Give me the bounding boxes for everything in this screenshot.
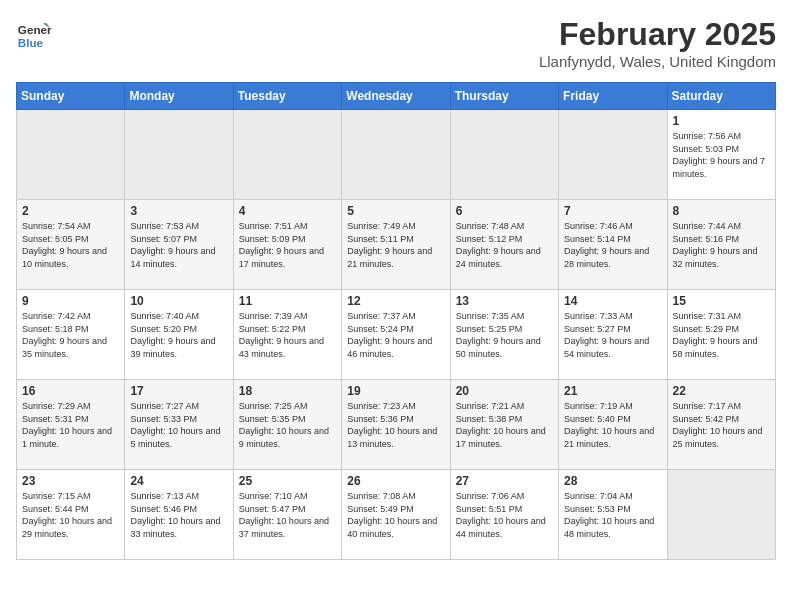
title-block: February 2025 Llanfynydd, Wales, United …	[539, 16, 776, 70]
day-number: 8	[673, 204, 770, 218]
day-number: 11	[239, 294, 336, 308]
day-number: 7	[564, 204, 661, 218]
weekday-header-row: SundayMondayTuesdayWednesdayThursdayFrid…	[17, 83, 776, 110]
cell-info-text: Sunrise: 7:54 AM Sunset: 5:05 PM Dayligh…	[22, 220, 119, 270]
calendar-table: SundayMondayTuesdayWednesdayThursdayFrid…	[16, 82, 776, 560]
calendar-cell: 11Sunrise: 7:39 AM Sunset: 5:22 PM Dayli…	[233, 290, 341, 380]
cell-info-text: Sunrise: 7:35 AM Sunset: 5:25 PM Dayligh…	[456, 310, 553, 360]
calendar-week-2: 2Sunrise: 7:54 AM Sunset: 5:05 PM Daylig…	[17, 200, 776, 290]
cell-info-text: Sunrise: 7:53 AM Sunset: 5:07 PM Dayligh…	[130, 220, 227, 270]
calendar-cell: 6Sunrise: 7:48 AM Sunset: 5:12 PM Daylig…	[450, 200, 558, 290]
calendar-cell	[667, 470, 775, 560]
day-number: 21	[564, 384, 661, 398]
day-number: 25	[239, 474, 336, 488]
calendar-cell: 20Sunrise: 7:21 AM Sunset: 5:38 PM Dayli…	[450, 380, 558, 470]
day-number: 16	[22, 384, 119, 398]
cell-info-text: Sunrise: 7:10 AM Sunset: 5:47 PM Dayligh…	[239, 490, 336, 540]
calendar-cell: 22Sunrise: 7:17 AM Sunset: 5:42 PM Dayli…	[667, 380, 775, 470]
cell-info-text: Sunrise: 7:33 AM Sunset: 5:27 PM Dayligh…	[564, 310, 661, 360]
calendar-cell: 10Sunrise: 7:40 AM Sunset: 5:20 PM Dayli…	[125, 290, 233, 380]
calendar-subtitle: Llanfynydd, Wales, United Kingdom	[539, 53, 776, 70]
calendar-cell: 27Sunrise: 7:06 AM Sunset: 5:51 PM Dayli…	[450, 470, 558, 560]
svg-text:Blue: Blue	[18, 36, 44, 49]
calendar-cell	[125, 110, 233, 200]
day-number: 27	[456, 474, 553, 488]
calendar-cell: 1Sunrise: 7:56 AM Sunset: 5:03 PM Daylig…	[667, 110, 775, 200]
cell-info-text: Sunrise: 7:49 AM Sunset: 5:11 PM Dayligh…	[347, 220, 444, 270]
weekday-header-monday: Monday	[125, 83, 233, 110]
cell-info-text: Sunrise: 7:31 AM Sunset: 5:29 PM Dayligh…	[673, 310, 770, 360]
day-number: 22	[673, 384, 770, 398]
day-number: 5	[347, 204, 444, 218]
calendar-cell: 17Sunrise: 7:27 AM Sunset: 5:33 PM Dayli…	[125, 380, 233, 470]
calendar-cell: 7Sunrise: 7:46 AM Sunset: 5:14 PM Daylig…	[559, 200, 667, 290]
cell-info-text: Sunrise: 7:15 AM Sunset: 5:44 PM Dayligh…	[22, 490, 119, 540]
calendar-cell: 23Sunrise: 7:15 AM Sunset: 5:44 PM Dayli…	[17, 470, 125, 560]
logo: General Blue	[16, 16, 52, 52]
cell-info-text: Sunrise: 7:29 AM Sunset: 5:31 PM Dayligh…	[22, 400, 119, 450]
day-number: 1	[673, 114, 770, 128]
calendar-cell	[559, 110, 667, 200]
calendar-cell: 16Sunrise: 7:29 AM Sunset: 5:31 PM Dayli…	[17, 380, 125, 470]
cell-info-text: Sunrise: 7:19 AM Sunset: 5:40 PM Dayligh…	[564, 400, 661, 450]
day-number: 3	[130, 204, 227, 218]
cell-info-text: Sunrise: 7:21 AM Sunset: 5:38 PM Dayligh…	[456, 400, 553, 450]
calendar-cell: 2Sunrise: 7:54 AM Sunset: 5:05 PM Daylig…	[17, 200, 125, 290]
calendar-cell: 18Sunrise: 7:25 AM Sunset: 5:35 PM Dayli…	[233, 380, 341, 470]
cell-info-text: Sunrise: 7:25 AM Sunset: 5:35 PM Dayligh…	[239, 400, 336, 450]
day-number: 12	[347, 294, 444, 308]
calendar-cell	[342, 110, 450, 200]
calendar-cell	[450, 110, 558, 200]
cell-info-text: Sunrise: 7:27 AM Sunset: 5:33 PM Dayligh…	[130, 400, 227, 450]
day-number: 18	[239, 384, 336, 398]
cell-info-text: Sunrise: 7:08 AM Sunset: 5:49 PM Dayligh…	[347, 490, 444, 540]
calendar-cell: 13Sunrise: 7:35 AM Sunset: 5:25 PM Dayli…	[450, 290, 558, 380]
calendar-cell: 21Sunrise: 7:19 AM Sunset: 5:40 PM Dayli…	[559, 380, 667, 470]
calendar-cell: 28Sunrise: 7:04 AM Sunset: 5:53 PM Dayli…	[559, 470, 667, 560]
calendar-cell: 26Sunrise: 7:08 AM Sunset: 5:49 PM Dayli…	[342, 470, 450, 560]
weekday-header-thursday: Thursday	[450, 83, 558, 110]
cell-info-text: Sunrise: 7:56 AM Sunset: 5:03 PM Dayligh…	[673, 130, 770, 180]
calendar-week-5: 23Sunrise: 7:15 AM Sunset: 5:44 PM Dayli…	[17, 470, 776, 560]
day-number: 26	[347, 474, 444, 488]
day-number: 13	[456, 294, 553, 308]
calendar-cell: 9Sunrise: 7:42 AM Sunset: 5:18 PM Daylig…	[17, 290, 125, 380]
calendar-week-3: 9Sunrise: 7:42 AM Sunset: 5:18 PM Daylig…	[17, 290, 776, 380]
day-number: 17	[130, 384, 227, 398]
weekday-header-saturday: Saturday	[667, 83, 775, 110]
day-number: 24	[130, 474, 227, 488]
weekday-header-wednesday: Wednesday	[342, 83, 450, 110]
day-number: 20	[456, 384, 553, 398]
cell-info-text: Sunrise: 7:13 AM Sunset: 5:46 PM Dayligh…	[130, 490, 227, 540]
calendar-cell: 14Sunrise: 7:33 AM Sunset: 5:27 PM Dayli…	[559, 290, 667, 380]
calendar-title: February 2025	[539, 16, 776, 53]
cell-info-text: Sunrise: 7:48 AM Sunset: 5:12 PM Dayligh…	[456, 220, 553, 270]
cell-info-text: Sunrise: 7:51 AM Sunset: 5:09 PM Dayligh…	[239, 220, 336, 270]
day-number: 4	[239, 204, 336, 218]
calendar-cell	[17, 110, 125, 200]
day-number: 15	[673, 294, 770, 308]
calendar-cell: 15Sunrise: 7:31 AM Sunset: 5:29 PM Dayli…	[667, 290, 775, 380]
calendar-cell: 25Sunrise: 7:10 AM Sunset: 5:47 PM Dayli…	[233, 470, 341, 560]
calendar-cell: 8Sunrise: 7:44 AM Sunset: 5:16 PM Daylig…	[667, 200, 775, 290]
day-number: 9	[22, 294, 119, 308]
cell-info-text: Sunrise: 7:39 AM Sunset: 5:22 PM Dayligh…	[239, 310, 336, 360]
day-number: 6	[456, 204, 553, 218]
weekday-header-tuesday: Tuesday	[233, 83, 341, 110]
calendar-week-4: 16Sunrise: 7:29 AM Sunset: 5:31 PM Dayli…	[17, 380, 776, 470]
calendar-week-1: 1Sunrise: 7:56 AM Sunset: 5:03 PM Daylig…	[17, 110, 776, 200]
calendar-cell: 24Sunrise: 7:13 AM Sunset: 5:46 PM Dayli…	[125, 470, 233, 560]
weekday-header-sunday: Sunday	[17, 83, 125, 110]
cell-info-text: Sunrise: 7:44 AM Sunset: 5:16 PM Dayligh…	[673, 220, 770, 270]
calendar-cell: 12Sunrise: 7:37 AM Sunset: 5:24 PM Dayli…	[342, 290, 450, 380]
weekday-header-friday: Friday	[559, 83, 667, 110]
calendar-cell: 3Sunrise: 7:53 AM Sunset: 5:07 PM Daylig…	[125, 200, 233, 290]
calendar-cell: 19Sunrise: 7:23 AM Sunset: 5:36 PM Dayli…	[342, 380, 450, 470]
day-number: 10	[130, 294, 227, 308]
day-number: 2	[22, 204, 119, 218]
cell-info-text: Sunrise: 7:17 AM Sunset: 5:42 PM Dayligh…	[673, 400, 770, 450]
header: General Blue February 2025 Llanfynydd, W…	[16, 16, 776, 70]
day-number: 23	[22, 474, 119, 488]
cell-info-text: Sunrise: 7:42 AM Sunset: 5:18 PM Dayligh…	[22, 310, 119, 360]
logo-icon: General Blue	[16, 16, 52, 52]
